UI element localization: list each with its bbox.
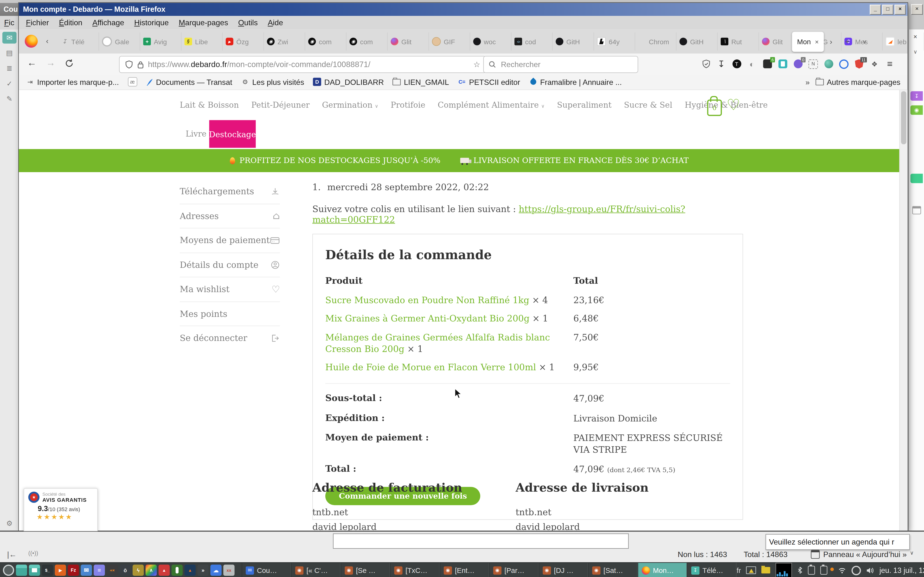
terminal-icon[interactable] bbox=[42, 565, 53, 576]
bookmarks-overflow-icon[interactable]: » bbox=[805, 77, 810, 86]
image-viewer-icon[interactable] bbox=[223, 565, 234, 576]
wishlist-heart-icon[interactable]: ♡ bbox=[727, 96, 740, 113]
bookmark-transat[interactable]: Documents — Transat bbox=[146, 77, 232, 86]
bluetooth-icon[interactable] bbox=[798, 566, 803, 574]
volume-icon[interactable] bbox=[866, 567, 874, 574]
media-red-icon[interactable] bbox=[158, 565, 170, 576]
nav-sucre-sel[interactable]: Sucre & Sel bbox=[624, 100, 672, 110]
power-tool-icon[interactable] bbox=[132, 565, 144, 576]
bookmark-petscii[interactable]: C=PETSCII editor bbox=[458, 77, 520, 86]
url-bar[interactable]: https://www.debardo.fr/mon-compte/voir-c… bbox=[119, 56, 486, 73]
taskbar-window-firefox-active[interactable]: Mon… bbox=[638, 563, 687, 577]
tab[interactable]: com bbox=[347, 32, 388, 51]
tab[interactable]: GitH bbox=[677, 32, 717, 51]
color-app-icon[interactable] bbox=[145, 565, 157, 576]
sidebar-item-compte[interactable]: Détails du compte bbox=[180, 253, 280, 277]
background-window-close-button[interactable]: × bbox=[911, 4, 923, 15]
hamburger-menu-icon[interactable]: ≡ bbox=[885, 59, 894, 69]
tab-close-icon[interactable]: × bbox=[815, 38, 819, 45]
mail-icon[interactable]: ✉ bbox=[2, 32, 16, 44]
bookmark-star-icon[interactable]: ☆ bbox=[473, 60, 480, 69]
nav-protifoie[interactable]: Protifoie bbox=[391, 100, 425, 110]
taskbar-window[interactable]: ◉[Se … bbox=[341, 563, 390, 577]
display-icon[interactable] bbox=[746, 566, 756, 574]
chevron-down-icon[interactable]: ∨ bbox=[910, 550, 914, 556]
screenshot-icon[interactable] bbox=[120, 565, 131, 576]
taskbar-window[interactable]: ◉[Ent… bbox=[439, 563, 489, 577]
sidebar-item-points[interactable]: Mes points bbox=[180, 302, 280, 326]
nav-germination[interactable]: Germination∨ bbox=[322, 100, 378, 110]
compose-icon[interactable]: ✎ bbox=[2, 93, 16, 105]
ext-shield-icon[interactable] bbox=[701, 59, 711, 69]
tab[interactable]: leb bbox=[883, 32, 924, 51]
ext-notes-icon[interactable] bbox=[778, 59, 787, 69]
bookmark-framalibre[interactable]: Framalibre | Annuaire ... bbox=[529, 77, 622, 86]
collapse-pane-icon[interactable]: |← bbox=[7, 550, 16, 559]
bookmark-gmail-folder[interactable]: LIEN_GMAIL bbox=[393, 77, 449, 86]
ext-analyzer-icon[interactable]: 6 bbox=[762, 59, 772, 69]
cloud-app-icon[interactable] bbox=[210, 565, 221, 576]
clipboard-alt-icon[interactable] bbox=[821, 566, 827, 575]
system-monitor-icon[interactable] bbox=[776, 563, 792, 577]
today-panel-label[interactable]: Panneau « Aujourd’hui » bbox=[823, 550, 907, 559]
menu-outils[interactable]: Outils bbox=[238, 18, 258, 27]
taskbar-window-downloads[interactable]: ↧Télé… bbox=[687, 563, 737, 577]
titlebar[interactable]: Mon compte - Debardo — Mozilla Firefox _… bbox=[19, 3, 908, 16]
tab[interactable]: GitH bbox=[553, 32, 594, 51]
mint-menu-icon[interactable] bbox=[3, 565, 14, 576]
tab[interactable]: Rut bbox=[718, 32, 759, 51]
search-bar[interactable] bbox=[483, 56, 638, 73]
taskbar-window[interactable]: ◉[TxC… bbox=[390, 563, 439, 577]
background-menu-item[interactable]: Fic bbox=[4, 18, 14, 27]
sidebar-item-wishlist[interactable]: Ma wishlist♡ bbox=[180, 277, 280, 302]
tab-scroll-right-icon[interactable]: › bbox=[830, 37, 832, 46]
filezilla-icon[interactable] bbox=[68, 565, 79, 576]
nav-complement[interactable]: Complément Alimentaire∨ bbox=[438, 100, 544, 110]
menu-fichier[interactable]: Fichier bbox=[26, 18, 49, 27]
extensions-puzzle-icon[interactable]: ❖ bbox=[870, 59, 879, 69]
addressbook-icon[interactable]: ▤ bbox=[2, 47, 16, 59]
active-tab[interactable]: Mon× bbox=[792, 32, 824, 52]
url-text[interactable]: https://www.debardo.fr/mon-compte/voir-c… bbox=[148, 60, 470, 69]
files-alt-icon[interactable] bbox=[29, 565, 40, 576]
tab[interactable]: Libe bbox=[181, 32, 223, 51]
vpn-icon[interactable] bbox=[852, 566, 861, 575]
bookmark-dolibarr[interactable]: DDAD_DOLIBARR bbox=[313, 77, 384, 86]
tab[interactable]: Télé bbox=[58, 32, 99, 51]
folder-tray-icon[interactable] bbox=[762, 567, 771, 574]
tab[interactable]: Chrom bbox=[635, 32, 677, 51]
sidebar-item-logout[interactable]: Se déconnecter bbox=[180, 326, 280, 350]
keyboard-layout[interactable]: fr bbox=[737, 566, 741, 574]
tab[interactable]: Özg bbox=[223, 32, 264, 51]
ext-ring-icon[interactable] bbox=[839, 59, 848, 69]
bookmark-ae[interactable]: æ bbox=[128, 77, 137, 87]
ext-circles-icon[interactable]: ◐ bbox=[747, 59, 756, 69]
tab[interactable]: 64y bbox=[594, 32, 635, 51]
tab-dropdown-icon[interactable]: ∨ bbox=[863, 39, 866, 45]
tracking-shield-icon[interactable] bbox=[125, 60, 133, 69]
mail-launcher-icon[interactable] bbox=[81, 565, 92, 576]
tab[interactable]: Zwi bbox=[264, 32, 305, 51]
tab[interactable]: com bbox=[305, 32, 347, 51]
tab[interactable]: Avig bbox=[140, 32, 181, 51]
clipboard-icon[interactable] bbox=[808, 566, 815, 575]
settings-gear-icon[interactable]: ⚙ bbox=[2, 517, 16, 529]
bottle-app-icon[interactable] bbox=[171, 565, 183, 576]
reviews-widget[interactable]: ★ Société desAVIS GARANTIS 9.3/10 (352 a… bbox=[24, 488, 98, 531]
sidebar-item-adresses[interactable]: Adresses⌂ bbox=[180, 204, 280, 229]
forward-button[interactable]: → bbox=[46, 58, 55, 68]
clock[interactable]: jeu. 13 juil., 12:05 bbox=[879, 566, 924, 574]
menu-affichage[interactable]: Affichage bbox=[92, 18, 124, 27]
menu-aide[interactable]: Aide bbox=[268, 18, 283, 27]
product-link[interactable]: Mélanges de Graines Germées Alfalfa Radi… bbox=[325, 332, 550, 355]
bookmark-other[interactable]: Autres marque-pages bbox=[816, 77, 900, 86]
lock-icon[interactable] bbox=[137, 60, 144, 69]
bookmark-import[interactable]: ⇥Importer les marque-p... bbox=[26, 77, 119, 86]
scrollbar-thumb[interactable] bbox=[901, 91, 906, 144]
files-icon[interactable] bbox=[16, 565, 27, 576]
teal-pill-button[interactable] bbox=[911, 174, 923, 183]
calendar-icon[interactable] bbox=[912, 206, 921, 214]
sidebar-item-paiement[interactable]: Moyens de paiement bbox=[180, 228, 280, 253]
list-icon[interactable]: ≣ bbox=[2, 63, 16, 74]
menu-marque-pages[interactable]: Marque-pages bbox=[179, 18, 228, 27]
